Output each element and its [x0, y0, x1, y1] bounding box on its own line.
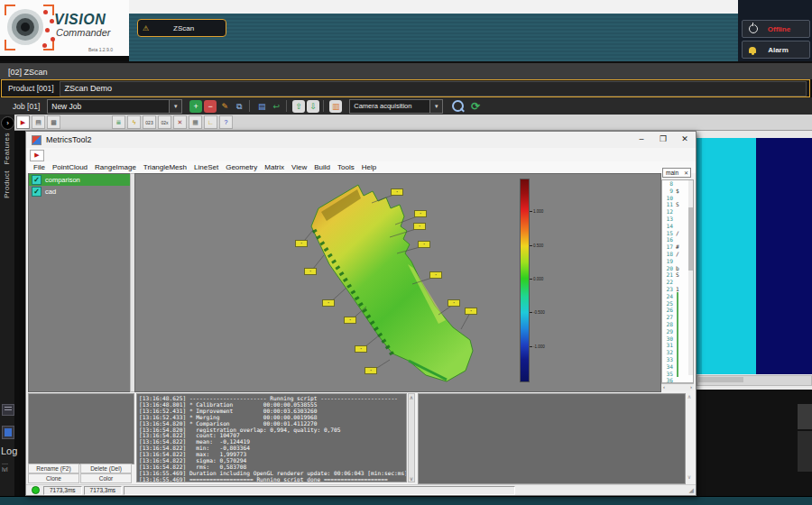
log-line: [13:16:55.469] =================== Runni… [139, 477, 406, 482]
deviation-tag[interactable]: ▪ [414, 210, 427, 217]
log-console[interactable]: [13:16:48.625] ----------------------- R… [136, 393, 407, 482]
import-button[interactable]: ⇧ [292, 100, 305, 113]
deviation-tag[interactable]: ▪ [364, 367, 377, 374]
menu-geometry[interactable]: Geometry [226, 163, 257, 171]
numeric-icon-1[interactable]: 023 [143, 115, 156, 129]
deviation-tag[interactable]: ▪ [304, 268, 317, 275]
menu-matrix[interactable]: Matrix [264, 163, 284, 171]
colorbar-tick: 1.000 [530, 209, 543, 214]
refresh-icon[interactable]: ⟳ [471, 100, 480, 113]
code-scrollbar[interactable] [688, 180, 693, 375]
clone-button[interactable]: Clone [28, 473, 79, 483]
code-tab-close-icon[interactable]: ✕ [684, 169, 688, 178]
minimize-button[interactable]: – [631, 133, 652, 147]
window-titlebar[interactable]: MetricsTool2 – ❐ ✕ [26, 132, 696, 149]
deviation-tag[interactable]: ▪ [465, 308, 477, 315]
delete-del--button[interactable]: Delete (Del) [80, 464, 132, 473]
object-row[interactable]: ✓comparison [29, 174, 131, 186]
menu-tools[interactable]: Tools [337, 163, 355, 171]
add-button[interactable]: + [189, 100, 202, 113]
close-button[interactable]: ✕ [674, 133, 696, 147]
menu-trianglemesh[interactable]: TriangleMesh [143, 163, 187, 171]
menu-help[interactable]: Help [362, 163, 376, 171]
deviation-tag[interactable]: ▪ [429, 271, 442, 279]
secondary-scroll-arrows[interactable]: ∧∨ [686, 393, 693, 482]
log-scrollbar[interactable]: ∧∨ [408, 393, 415, 482]
deviation-tag[interactable]: ▪ [413, 223, 426, 230]
menu-lineset[interactable]: LineSet [194, 163, 218, 171]
offline-button[interactable]: Offline [742, 20, 810, 38]
section-title-bar: [02] ZScan [0, 61, 812, 79]
deviation-tag[interactable]: ▪ [418, 241, 430, 248]
maximize-button[interactable]: ❐ [652, 133, 674, 147]
help-icon[interactable]: ? [219, 115, 233, 129]
object-row[interactable]: ✓cad [29, 186, 131, 197]
job-select[interactable]: New Job [47, 99, 170, 114]
color-button[interactable]: Color [80, 473, 132, 483]
layout-icon-2[interactable]: ▩ [47, 115, 60, 129]
objects-panel: ✓comparison✓cad [28, 173, 132, 392]
window-mini-toolbar: ▶ [26, 148, 696, 162]
save-button[interactable]: ▤ [255, 100, 268, 113]
zscan-tab-label: ZScan [154, 24, 213, 32]
code-tab-label: main [666, 170, 678, 176]
sidebar-tab-product[interactable]: Product [3, 170, 11, 198]
deviation-tag[interactable]: ▪ [344, 317, 356, 324]
script-editor-panel[interactable]: 89$1011S12131415/1617#18/1920b21S2223124… [661, 173, 694, 390]
camera-select-chevron-icon[interactable]: ▾ [430, 99, 443, 114]
toolbar-separator [323, 100, 324, 112]
camera-acquisition-select[interactable]: Camera acquisition [349, 99, 430, 114]
tools-icon[interactable]: ✕ [173, 115, 187, 129]
export-button[interactable]: ⇩ [307, 100, 319, 113]
numeric-icon-2[interactable]: 02x [158, 115, 171, 129]
menu-pointcloud[interactable]: PointCloud [52, 163, 88, 171]
panel-button[interactable]: ▥ [329, 100, 342, 113]
checkbox-icon[interactable]: ✓ [32, 175, 42, 185]
edit-button[interactable]: ✎ [218, 100, 231, 113]
menu-file[interactable]: File [33, 163, 45, 171]
database-icon[interactable]: ≣ [112, 115, 125, 129]
deviation-tag[interactable]: ▪ [295, 240, 308, 247]
3d-viewport[interactable]: 1.0000.5000.000-0.500-1.000 ▪▪▪▪▪▪▪▪▪▪▪▪… [134, 173, 661, 392]
product-name-field[interactable]: ZScan Demo [60, 81, 807, 96]
background-hscrollbar-thumb[interactable] [698, 377, 743, 382]
play-script-button[interactable]: ▶ [30, 150, 44, 161]
calculator-icon[interactable] [2, 404, 14, 416]
colorbar-tick: -0.500 [530, 310, 545, 315]
remove-button[interactable]: − [204, 100, 217, 113]
menu-rangeimage[interactable]: RangeImage [95, 163, 136, 171]
run-script-button[interactable]: ▶ [16, 115, 30, 129]
deviation-colorbar [520, 179, 530, 382]
resize-grip[interactable]: ◢ [689, 487, 694, 494]
deviation-tag[interactable]: ▪ [448, 299, 460, 307]
job-select-chevron-icon[interactable]: ▾ [170, 99, 182, 114]
alarm-button[interactable]: Alarm [742, 41, 810, 59]
vision-commander-app: VISION Commander Beta 1.2.9.0 ⚠ ZScan Of… [0, 0, 812, 505]
monitor-icon[interactable] [2, 426, 14, 439]
winforms-app-icon [32, 135, 42, 145]
keyboard-icon[interactable]: ▦ [189, 115, 202, 129]
code-hscrollbar[interactable]: ‹› [661, 383, 694, 390]
deviation-tag[interactable]: ▪ [322, 299, 335, 307]
deviation-tag[interactable]: ▪ [355, 345, 367, 353]
rename-f2--button[interactable]: Rename (F2) [28, 464, 79, 473]
layout-icon-1[interactable]: ▤ [32, 115, 45, 129]
copy-button[interactable]: ⧉ [233, 100, 245, 113]
alarm-label: Alarm [763, 46, 793, 54]
zscan-tab-button[interactable]: ⚠ ZScan [137, 19, 226, 37]
checkbox-icon[interactable]: ✓ [32, 187, 42, 197]
sidebar-tab-features[interactable]: Features [3, 133, 11, 165]
undo-button[interactable]: ↩ [270, 100, 282, 113]
lightning-icon[interactable]: ϟ [127, 115, 141, 129]
menu-build[interactable]: Build [314, 163, 330, 171]
deviation-tag[interactable]: ▪ [391, 188, 403, 196]
sidebar-lvl-tab[interactable]: lvl [2, 464, 8, 473]
offline-label: Offline [765, 25, 793, 33]
secondary-console[interactable] [418, 393, 686, 484]
chart-icon[interactable]: ∟ [204, 115, 217, 129]
sidebar-log-tab[interactable]: Log [1, 445, 17, 456]
sidebar-expand-button[interactable]: › [1, 116, 14, 130]
menu-view[interactable]: View [291, 163, 307, 171]
code-tab-main[interactable]: main✕ [662, 168, 691, 178]
search-icon[interactable] [452, 100, 464, 112]
